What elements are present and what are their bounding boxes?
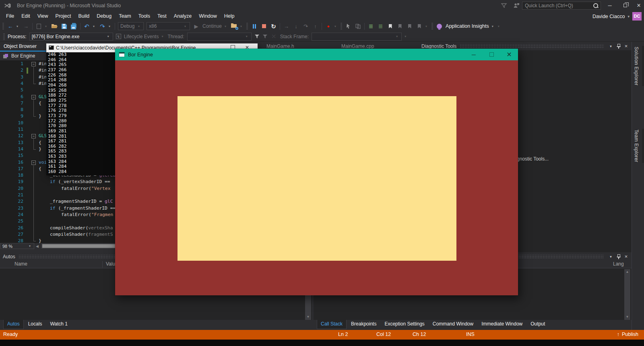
chevron-down-icon[interactable]: ▾ bbox=[240, 25, 244, 28]
toolbar-grip[interactable] bbox=[431, 23, 433, 29]
show-next-statement-icon[interactable]: → bbox=[283, 23, 290, 30]
publish-button[interactable]: ↑ Publish bbox=[617, 332, 638, 337]
avatar[interactable]: DC bbox=[632, 12, 642, 21]
pin-icon[interactable] bbox=[615, 253, 622, 260]
navigate-backward-icon[interactable]: ← bbox=[7, 23, 14, 30]
app-minimize-button[interactable]: ─ bbox=[465, 49, 483, 60]
save-all-icon[interactable] bbox=[70, 23, 77, 30]
new-file-icon[interactable] bbox=[35, 23, 42, 30]
solution-platforms-select[interactable]: x86▾ bbox=[147, 22, 190, 30]
chevron-down-icon[interactable]: ▾ bbox=[45, 25, 48, 28]
find-in-files-icon[interactable] bbox=[231, 23, 237, 30]
scroll-down-icon[interactable]: ▼ bbox=[305, 314, 311, 320]
chevron-down-icon[interactable]: ▾ bbox=[492, 25, 495, 28]
scroll-up-icon[interactable]: ▲ bbox=[624, 269, 630, 275]
filter-flagged-icon[interactable] bbox=[262, 34, 268, 39]
toolbar-overflow-icon[interactable]: ▾ bbox=[405, 35, 408, 38]
break-all-icon[interactable] bbox=[251, 23, 258, 30]
menu-file[interactable]: File bbox=[2, 11, 18, 21]
bookmark-icon[interactable] bbox=[387, 23, 394, 30]
stop-debugging-icon[interactable] bbox=[260, 23, 267, 30]
toolbar-overflow-icon[interactable]: ▾ bbox=[498, 25, 501, 28]
save-icon[interactable] bbox=[61, 23, 68, 30]
feedback-icon[interactable] bbox=[513, 2, 520, 9]
parallel-stacks-icon[interactable] bbox=[355, 23, 361, 30]
scroll-left-icon[interactable]: ◀ bbox=[36, 244, 39, 248]
menu-analyze[interactable]: Analyze bbox=[170, 11, 195, 21]
drag-handle[interactable] bbox=[460, 44, 604, 48]
tab-output[interactable]: Output bbox=[527, 320, 549, 329]
step-over-icon[interactable]: ↷ bbox=[302, 23, 309, 30]
side-tab-solution-explorer[interactable]: Solution Explorer bbox=[634, 47, 639, 85]
vertical-scrollbar[interactable]: ▲ ▼ bbox=[624, 269, 630, 320]
tab-command-window[interactable]: Command Window bbox=[429, 320, 477, 329]
app-maximize-button[interactable] bbox=[483, 49, 500, 60]
close-button[interactable]: ✕ bbox=[634, 2, 644, 10]
thread-select[interactable]: ▾ bbox=[187, 33, 252, 41]
window-position-icon[interactable]: ▾ bbox=[607, 253, 615, 260]
chevron-down-icon[interactable]: ▾ bbox=[109, 25, 112, 28]
toolbar-grip[interactable] bbox=[3, 33, 5, 40]
menu-view[interactable]: View bbox=[34, 11, 52, 21]
application-insights-label[interactable]: Application Insights bbox=[446, 23, 489, 29]
menu-team[interactable]: Team bbox=[115, 11, 135, 21]
chevron-down-icon[interactable]: ▾ bbox=[334, 25, 338, 28]
undo-icon[interactable]: ↶ bbox=[83, 23, 90, 30]
window-position-icon[interactable]: ▾ bbox=[607, 43, 615, 49]
next-bookmark-icon[interactable] bbox=[406, 23, 413, 30]
fold-toggle[interactable]: − bbox=[31, 95, 36, 99]
lifecycle-events-label[interactable]: Lifecycle Events bbox=[124, 34, 159, 39]
clear-bookmarks-icon[interactable] bbox=[416, 23, 423, 30]
chevron-down-icon[interactable]: ▾ bbox=[225, 25, 228, 28]
quick-launch-box[interactable] bbox=[522, 2, 601, 10]
scroll-down-icon[interactable]: ▼ bbox=[624, 314, 630, 320]
menu-window[interactable]: Window bbox=[195, 11, 220, 21]
menu-build[interactable]: Build bbox=[74, 11, 93, 21]
project-dropdown[interactable]: Bor Engine bbox=[11, 53, 35, 59]
navigate-forward-icon[interactable]: → bbox=[23, 23, 29, 30]
menu-debug[interactable]: Debug bbox=[93, 11, 115, 21]
chevron-down-icon[interactable]: ▾ bbox=[93, 25, 96, 28]
menu-edit[interactable]: Edit bbox=[18, 11, 34, 21]
tab-exception-settings[interactable]: Exception Settings bbox=[381, 320, 428, 329]
restore-button[interactable] bbox=[620, 2, 630, 10]
notification-filter-icon[interactable] bbox=[500, 2, 508, 9]
tab-breakpoints[interactable]: Breakpoints bbox=[347, 320, 380, 329]
uncomment-icon[interactable]: ≣ bbox=[377, 23, 384, 30]
continue-play-icon[interactable]: ▶ bbox=[193, 23, 200, 30]
tab-object-browser[interactable]: Object Browser bbox=[0, 42, 46, 51]
restart-icon[interactable]: ↻ bbox=[270, 23, 277, 30]
filter-threads-icon[interactable] bbox=[254, 34, 260, 39]
title-bar[interactable]: Bor Engine (Running) - Microsoft Visual … bbox=[0, 0, 644, 11]
close-icon[interactable]: × bbox=[622, 43, 630, 49]
redo-icon[interactable]: ↷ bbox=[99, 23, 106, 30]
menu-test[interactable]: Test bbox=[154, 11, 170, 21]
fold-toggle[interactable]: − bbox=[31, 134, 36, 138]
minimize-button[interactable]: ─ bbox=[605, 2, 615, 10]
quick-launch-input[interactable] bbox=[522, 3, 593, 8]
zoom-level-select[interactable]: 98 %▾ bbox=[0, 243, 34, 249]
step-out-icon[interactable]: ↑ bbox=[312, 23, 319, 30]
tab-immediate-window[interactable]: Immediate Window bbox=[478, 320, 526, 329]
side-tab-team-explorer[interactable]: Team Explorer bbox=[634, 130, 639, 162]
comment-icon[interactable]: ≣ bbox=[367, 23, 374, 30]
previous-bookmark-icon[interactable] bbox=[396, 23, 403, 30]
app-close-button[interactable]: ✕ bbox=[500, 49, 518, 60]
tab-watch-1[interactable]: Watch 1 bbox=[46, 320, 71, 329]
toolbar-grip[interactable] bbox=[341, 23, 342, 29]
chevron-down-icon[interactable]: ▾ bbox=[161, 35, 165, 38]
breakpoints-icon[interactable]: ● bbox=[325, 23, 332, 30]
chevron-down-icon[interactable]: ▾ bbox=[425, 25, 429, 28]
account-area[interactable]: Davide Ciacco ▾ DC bbox=[592, 12, 642, 21]
menu-tools[interactable]: Tools bbox=[135, 11, 154, 21]
menu-project[interactable]: Project bbox=[52, 11, 75, 21]
step-into-icon[interactable]: ↓ bbox=[293, 23, 299, 30]
process-select[interactable]: [6776] Bor Engine.exe▾ bbox=[29, 33, 113, 41]
tab-locals[interactable]: Locals bbox=[25, 320, 46, 329]
close-icon[interactable]: × bbox=[622, 253, 630, 260]
pointer-mode-icon[interactable] bbox=[345, 23, 352, 30]
tab-autos[interactable]: Autos bbox=[3, 320, 24, 329]
chevron-down-icon[interactable]: ▾ bbox=[17, 25, 20, 28]
toolbar-grip[interactable] bbox=[2, 23, 4, 29]
solution-configurations-select[interactable]: Debug▾ bbox=[118, 22, 144, 30]
